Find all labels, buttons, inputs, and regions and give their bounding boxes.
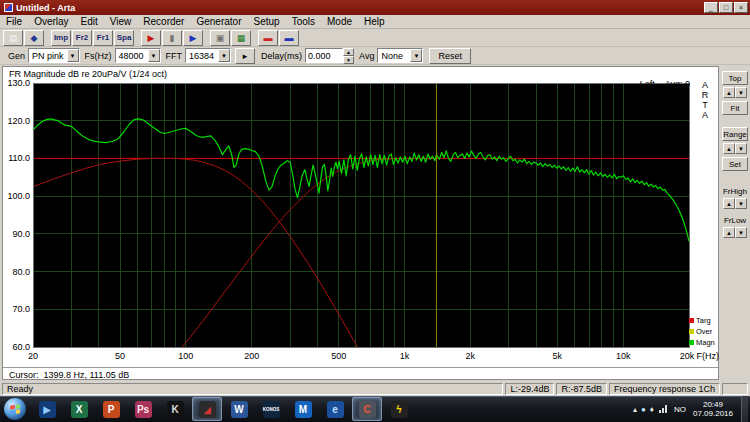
- taskbar-lightning-icon: ϟ: [391, 401, 408, 418]
- minimize-button[interactable]: _: [704, 2, 718, 13]
- avg-dropdown-icon[interactable]: ▼: [410, 49, 422, 62]
- play-button[interactable]: ▶: [183, 30, 203, 46]
- start-button[interactable]: [4, 398, 26, 420]
- gen-select[interactable]: PN pink ▼: [28, 48, 80, 63]
- reset-button[interactable]: Reset: [429, 48, 471, 64]
- grid-export-button-icon: ▦: [237, 33, 246, 43]
- fft-value: 16384: [186, 51, 218, 61]
- legend-magn-label: Magn: [696, 338, 715, 347]
- delay-input[interactable]: [305, 48, 343, 63]
- maximize-button[interactable]: □: [719, 2, 733, 13]
- delay-spin-up-icon[interactable]: ▲: [343, 48, 354, 56]
- legend-magn-swatch: [689, 340, 694, 345]
- menu-overlay[interactable]: Overlay: [28, 16, 74, 27]
- top-spinner-down-icon[interactable]: ▼: [735, 87, 747, 98]
- x-tick-label: 2k: [466, 351, 476, 361]
- fft-dropdown-icon[interactable]: ▼: [218, 49, 230, 62]
- pointer-button[interactable]: ◆: [24, 30, 44, 46]
- delay-spinner[interactable]: ▲▼: [343, 48, 354, 63]
- taskbar-clock[interactable]: 20:49 07.09.2016: [693, 400, 733, 418]
- stop-button-icon: ▮: [170, 33, 175, 43]
- fft-window-button[interactable]: ▸: [235, 48, 255, 64]
- arta-watermark: ARTA: [699, 80, 711, 120]
- grid-export-button[interactable]: ▦: [231, 30, 251, 46]
- frhigh-spinner-down-icon[interactable]: ▼: [735, 198, 747, 209]
- menu-edit[interactable]: Edit: [75, 16, 104, 27]
- fr2-mode-button-icon: Fr2: [76, 33, 88, 42]
- pen-color-red-swatch-icon: ▬: [264, 33, 273, 43]
- range-button[interactable]: Range: [722, 127, 748, 141]
- gen-dropdown-icon[interactable]: ▼: [67, 49, 79, 62]
- fs-dropdown-icon[interactable]: ▼: [148, 49, 160, 62]
- fit-button[interactable]: Fit: [722, 101, 748, 115]
- fs-select[interactable]: 48000 ▼: [115, 48, 161, 63]
- impulse-mode-button[interactable]: Imp: [51, 30, 71, 46]
- menu-recorder[interactable]: Recorder: [137, 16, 190, 27]
- menu-mode[interactable]: Mode: [321, 16, 358, 27]
- scope-button[interactable]: ▣: [210, 30, 230, 46]
- pen-color-blue-swatch[interactable]: ▬: [279, 30, 299, 46]
- fft-window-icon: ▸: [243, 51, 248, 61]
- taskbar-app-c[interactable]: C: [352, 397, 382, 421]
- menu-generator[interactable]: Generator: [190, 16, 247, 27]
- set-button[interactable]: Set: [722, 157, 748, 171]
- fs-value: 48000: [116, 51, 148, 61]
- frlow-spinner-down-icon[interactable]: ▼: [735, 227, 747, 238]
- language-indicator[interactable]: NO: [672, 404, 688, 415]
- title-bar: Untitled - Arta _ □ ×: [0, 0, 750, 15]
- show-desktop-button[interactable]: [741, 396, 748, 422]
- tray-status-icon[interactable]: ●: [641, 405, 646, 414]
- taskbar-arta[interactable]: ◢: [192, 397, 222, 421]
- tray-expand-icon[interactable]: ▴: [633, 405, 637, 414]
- pen-color-red-swatch[interactable]: ▬: [258, 30, 278, 46]
- watermark-letter: A: [699, 80, 711, 90]
- status-ready: Ready: [2, 383, 503, 395]
- fr2-mode-button[interactable]: Fr2: [72, 30, 92, 46]
- delay-label: Delay(ms): [261, 51, 302, 61]
- taskbar-powerpoint[interactable]: P: [96, 397, 126, 421]
- plot-control-panel: Top▲▼FitRange▲▼SetFrHigh▲▼FrLow▲▼: [721, 68, 749, 238]
- taskbar-excel[interactable]: X: [64, 397, 94, 421]
- avg-select[interactable]: None ▼: [377, 48, 423, 63]
- range-spinner-down-icon[interactable]: ▼: [735, 143, 747, 154]
- taskbar-konos[interactable]: KONOS: [256, 397, 286, 421]
- taskbar-photoshop[interactable]: Ps: [128, 397, 158, 421]
- menu-setup[interactable]: Setup: [247, 16, 285, 27]
- taskbar-word[interactable]: W: [224, 397, 254, 421]
- arta-window: Untitled - Arta _ □ × FileOverlayEditVie…: [0, 0, 750, 422]
- stop-button[interactable]: ▮: [162, 30, 182, 46]
- menu-help[interactable]: Help: [358, 16, 391, 27]
- clock-time: 20:49: [693, 400, 733, 409]
- menu-file[interactable]: File: [0, 16, 28, 27]
- resize-grip: [722, 383, 748, 395]
- taskbar-media-player[interactable]: ▶: [32, 397, 62, 421]
- close-button[interactable]: ×: [734, 2, 748, 13]
- fr-plot[interactable]: 130.0120.0110.0100.090.080.070.060.02050…: [3, 67, 720, 381]
- chart-window: 130.0120.0110.0100.090.080.070.060.02050…: [2, 66, 719, 380]
- avg-label: Avg: [359, 51, 374, 61]
- tray-app-icon[interactable]: ♦: [650, 405, 654, 414]
- legend-over: Over: [689, 326, 717, 337]
- range-spinner-up-icon[interactable]: ▲: [723, 143, 735, 154]
- gen-label: Gen: [8, 51, 25, 61]
- spectrum-mode-button[interactable]: Spa: [114, 30, 134, 46]
- frhigh-spinner: ▲▼: [723, 198, 747, 209]
- record-button[interactable]: ▶: [141, 30, 161, 46]
- frhigh-spinner-up-icon[interactable]: ▲: [723, 198, 735, 209]
- new-file-button[interactable]: ▤: [3, 30, 23, 46]
- network-icon[interactable]: [659, 405, 667, 413]
- taskbar-app-k[interactable]: K: [160, 397, 190, 421]
- taskbar-internet-explorer[interactable]: e: [320, 397, 350, 421]
- delay-spin-down-icon[interactable]: ▼: [343, 56, 354, 64]
- taskbar-app-m[interactable]: M: [288, 397, 318, 421]
- menu-view[interactable]: View: [104, 16, 138, 27]
- cursor-readout: Cursor: 1399.8 Hz, 111.05 dB: [3, 367, 718, 381]
- taskbar-lightning[interactable]: ϟ: [384, 397, 414, 421]
- menu-tools[interactable]: Tools: [286, 16, 321, 27]
- fr1-mode-button[interactable]: Fr1: [93, 30, 113, 46]
- fft-select[interactable]: 16384 ▼: [185, 48, 231, 63]
- top-button[interactable]: Top: [722, 71, 748, 85]
- frlow-spinner-up-icon[interactable]: ▲: [723, 227, 735, 238]
- top-spinner-up-icon[interactable]: ▲: [723, 87, 735, 98]
- new-file-button-icon: ▤: [9, 33, 18, 43]
